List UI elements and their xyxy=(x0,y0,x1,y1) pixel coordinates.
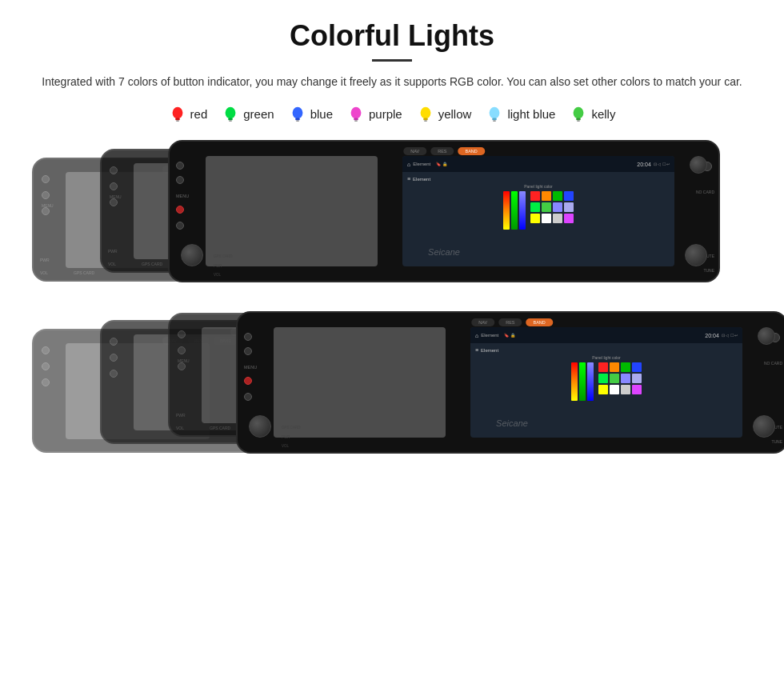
title-divider xyxy=(372,59,412,62)
color-yellow: yellow xyxy=(417,105,472,122)
watermark-top: Seicane xyxy=(428,247,460,257)
lightblue-bulb-icon xyxy=(486,105,503,122)
green-bulb-icon xyxy=(222,105,239,122)
svg-rect-4 xyxy=(229,118,234,121)
device-front-top: NAV RES BAND ⌂ Element 🔖 🔒 xyxy=(168,140,720,282)
svg-point-15 xyxy=(490,107,500,119)
color-red-label: red xyxy=(190,107,208,121)
bottom-device-group: NAV RES BAND NAV R xyxy=(32,311,752,467)
purple-bulb-icon xyxy=(347,105,365,122)
color-kelly-label: kelly xyxy=(591,107,615,121)
svg-point-3 xyxy=(226,107,236,119)
color-blue-label: blue xyxy=(310,107,333,121)
svg-rect-7 xyxy=(295,118,300,121)
color-blue: blue xyxy=(289,105,333,122)
svg-point-9 xyxy=(351,107,362,119)
svg-point-18 xyxy=(574,107,584,119)
color-kelly: kelly xyxy=(570,105,615,122)
color-lightblue: light blue xyxy=(486,105,555,122)
svg-point-0 xyxy=(172,107,182,119)
color-green-label: green xyxy=(243,107,274,121)
svg-rect-11 xyxy=(354,121,358,122)
color-lightblue-label: light blue xyxy=(507,107,555,121)
svg-rect-1 xyxy=(175,118,180,121)
blue-bulb-icon xyxy=(289,105,306,122)
panel-light-label: Panel light color xyxy=(407,184,670,189)
svg-rect-8 xyxy=(296,121,299,122)
svg-rect-16 xyxy=(493,118,498,121)
band-btn[interactable]: BAND xyxy=(458,147,484,155)
color-purple-label: purple xyxy=(369,107,402,121)
svg-rect-13 xyxy=(423,118,428,121)
devices-section: NAV RES BAND GPS CARD MENU PWR xyxy=(32,140,752,467)
top-device-group: NAV RES BAND GPS CARD MENU PWR xyxy=(32,140,752,296)
watermark-bottom: Seicane xyxy=(496,418,528,428)
svg-rect-2 xyxy=(176,121,179,122)
grey-screen xyxy=(206,156,378,266)
color-indicator-row: red green blue purple xyxy=(32,105,752,122)
svg-rect-5 xyxy=(229,121,232,122)
svg-point-6 xyxy=(292,107,302,119)
color-purple: purple xyxy=(347,105,402,122)
screen-app-name: Element xyxy=(413,162,430,166)
svg-rect-14 xyxy=(424,121,427,122)
svg-rect-10 xyxy=(354,118,358,121)
page: Colorful Lights Integrated with 7 colors… xyxy=(0,0,784,483)
color-green: green xyxy=(222,105,274,122)
svg-point-12 xyxy=(420,107,430,119)
kelly-bulb-icon xyxy=(570,105,587,122)
nav-btn[interactable]: NAV xyxy=(403,147,426,155)
device-front-bottom: NAV RES BAND ⌂ Element 🔖 🔒 xyxy=(236,311,784,454)
page-title: Colorful Lights xyxy=(32,19,752,53)
color-red: red xyxy=(169,105,208,122)
svg-rect-20 xyxy=(578,121,581,122)
screen-time: 20:04 xyxy=(637,162,651,167)
res-btn[interactable]: RES xyxy=(430,147,454,155)
svg-rect-17 xyxy=(494,121,497,122)
color-yellow-label: yellow xyxy=(438,107,472,121)
subtitle-text: Integrated with 7 colors of button indic… xyxy=(32,73,752,90)
red-bulb-icon xyxy=(169,105,186,122)
svg-rect-19 xyxy=(577,118,582,121)
screen-element-label: Element xyxy=(413,177,430,182)
yellow-bulb-icon xyxy=(417,105,434,122)
grey-screen-bottom xyxy=(274,327,446,438)
